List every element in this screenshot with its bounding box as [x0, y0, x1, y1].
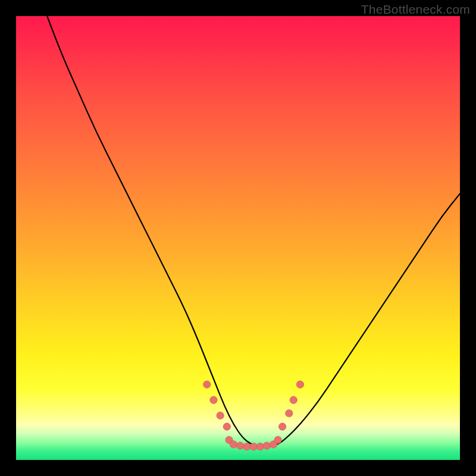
highlight-dot: [217, 412, 224, 419]
watermark-text: TheBottleneck.com: [361, 2, 470, 17]
highlight-dot: [274, 436, 281, 443]
chart-svg: [16, 16, 460, 460]
highlight-dot: [263, 442, 270, 449]
highlight-dot: [237, 442, 244, 449]
highlight-dot: [223, 423, 230, 430]
highlight-dot: [203, 381, 211, 388]
highlight-dot: [286, 409, 293, 416]
highlight-dot: [250, 443, 257, 450]
highlight-dot: [296, 381, 303, 388]
bottleneck-curve: [47, 16, 460, 447]
curve-path-group: [47, 16, 460, 447]
highlight-dot: [243, 443, 250, 450]
plot-area: [16, 16, 460, 460]
outer-frame: TheBottleneck.com: [0, 0, 476, 476]
highlight-dot: [210, 396, 217, 403]
highlight-dot: [278, 423, 286, 430]
highlight-dot: [290, 396, 297, 403]
highlight-dot: [230, 441, 237, 448]
highlight-dot: [256, 443, 264, 450]
